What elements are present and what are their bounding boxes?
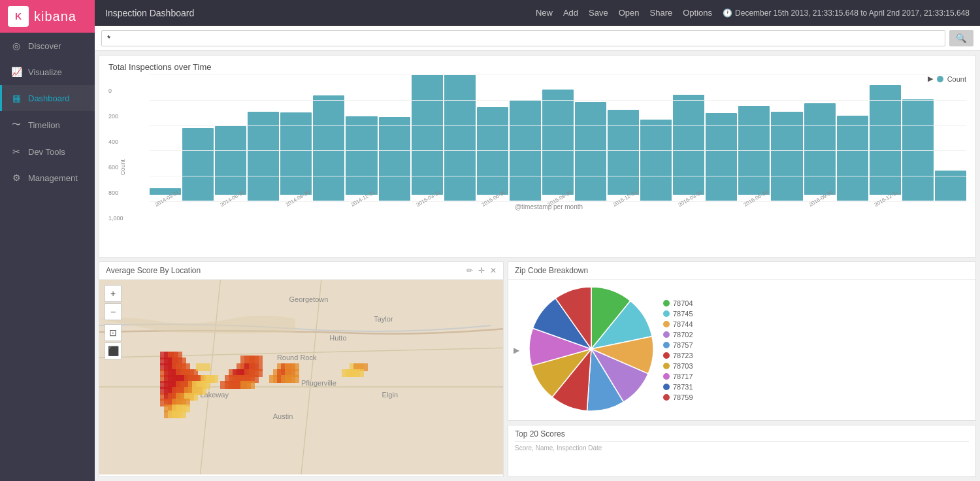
bar-wrapper (575, 75, 606, 202)
bar-wrapper (313, 75, 344, 202)
zoom-out-button[interactable]: − (105, 303, 122, 320)
select-tool-button[interactable]: ⊡ (105, 324, 122, 341)
save-button[interactable]: Save (589, 8, 608, 18)
legend-label-text: 78723 (673, 352, 693, 359)
logo-area: K kibana (0, 0, 95, 33)
pie-panel-header: Zip Code Breakdown (508, 262, 975, 280)
legend-item: 78759 (663, 393, 693, 401)
legend-color-dot (663, 300, 670, 307)
bar-wrapper: 2015-03-31 (412, 75, 443, 202)
sidebar-item-devtools[interactable]: ✂ Dev Tools (0, 139, 95, 165)
pie-panel-title: Zip Code Breakdown (515, 266, 588, 275)
sidebar-item-visualize[interactable]: 📈 Visualize (0, 59, 95, 85)
sidebar-item-label: Timelion (28, 120, 60, 130)
bar (706, 113, 737, 201)
sidebar-item-dashboard[interactable]: ▦ Dashboard (0, 85, 95, 111)
sidebar-item-label: Dev Tools (28, 147, 65, 157)
chart-title: Total Inspections over Time (108, 62, 966, 72)
legend-color-dot (663, 321, 670, 327)
search-button[interactable]: 🔍 (949, 30, 973, 46)
heat-cell (350, 369, 364, 377)
legend-item: 78757 (663, 341, 693, 349)
time-range[interactable]: 🕐 December 15th 2013, 21:33:15.648 to Ap… (723, 8, 970, 18)
bar (346, 116, 377, 195)
bar-wrapper (640, 75, 672, 202)
bar (215, 126, 246, 195)
bar-wrapper (902, 75, 934, 202)
timelion-icon: 〜 (11, 119, 22, 131)
bar (542, 90, 574, 195)
legend-item: 78723 (663, 352, 693, 359)
devtools-icon: ✂ (11, 146, 22, 157)
sidebar: K kibana ◎ Discover 📈 Visualize ▦ Dashbo… (0, 0, 95, 481)
map-panel-title: Average Score By Location (106, 266, 201, 275)
bar (444, 75, 476, 201)
legend-label-text: 78731 (673, 383, 693, 391)
zoom-in-button[interactable]: + (105, 285, 122, 302)
bar-wrapper: 2015-12-31 (608, 75, 639, 202)
sidebar-item-management[interactable]: ⚙ Management (0, 165, 95, 191)
bar-wrapper (248, 75, 279, 202)
bar-wrapper: 2016-12-31 (870, 75, 901, 202)
edit-icon[interactable]: ✏ (466, 266, 473, 275)
pie-content: ▶ 78704787457874478702787577872378703787… (508, 280, 975, 420)
bar (738, 106, 770, 195)
bar-wrapper (379, 75, 410, 202)
y-tick: 800 (108, 190, 123, 196)
sidebar-item-discover[interactable]: ◎ Discover (0, 33, 95, 59)
bar (804, 103, 836, 195)
bar (673, 95, 704, 195)
legend-label-text: 78703 (673, 362, 693, 370)
clock-icon: 🕐 (723, 8, 732, 18)
close-icon[interactable]: ✕ (490, 266, 497, 275)
main: Inspection Dashboard New Add Save Open S… (95, 0, 980, 481)
scores-subtitle: Score, Name, Inspection Date (515, 444, 969, 452)
bar-wrapper: 2016-03-31 (673, 75, 704, 202)
heat-cell (249, 356, 263, 363)
move-icon[interactable]: ✛ (478, 266, 485, 275)
bar (182, 128, 214, 201)
y-tick: 1,000 (108, 215, 123, 222)
bar-wrapper: 2015-06-30 (477, 75, 508, 202)
bar-wrapper (706, 75, 737, 202)
share-button[interactable]: Share (650, 8, 673, 18)
legend-item: 78717 (663, 373, 693, 380)
rectangle-tool-button[interactable]: ⬛ (105, 342, 122, 359)
y-tick: 0 (108, 88, 123, 94)
heat-cell (196, 363, 210, 371)
bar (837, 116, 868, 201)
bar (477, 107, 508, 195)
add-button[interactable]: Add (563, 8, 578, 18)
open-button[interactable]: Open (619, 8, 640, 18)
legend-label-text: 78757 (673, 341, 693, 349)
bars-area: 2014-03-312014-06-302014-09-302014-12-31… (131, 75, 966, 202)
options-button[interactable]: Options (683, 8, 712, 18)
sidebar-item-label: Visualize (28, 67, 62, 77)
bar-wrapper (771, 75, 802, 202)
new-button[interactable]: New (536, 8, 553, 18)
bar (575, 102, 606, 201)
right-panels: Zip Code Breakdown ▶ 7870478745787447870… (508, 261, 976, 477)
bar-wrapper (444, 75, 476, 202)
sidebar-item-label: Dashboard (28, 93, 70, 103)
legend-label-text: 78744 (673, 320, 693, 328)
bar-wrapper: 2016-09-30 (804, 75, 836, 202)
bar-wrapper (182, 75, 214, 202)
bar (935, 171, 966, 201)
bar-wrapper (837, 75, 868, 202)
y-tick: 200 (108, 113, 123, 120)
sidebar-item-timelion[interactable]: 〜 Timelion (0, 111, 95, 139)
legend-color-dot (663, 310, 670, 317)
bar-wrapper: 2014-06-30 (215, 75, 246, 202)
legend-color-dot (663, 331, 670, 338)
bar-wrapper (510, 75, 541, 202)
pie-legend-toggle[interactable]: ▶ (514, 346, 519, 355)
legend-item: 78731 (663, 383, 693, 391)
legend-item: 78744 (663, 320, 693, 328)
searchbar: 🔍 (95, 26, 980, 51)
heat-cell (172, 410, 186, 418)
bar (379, 117, 410, 201)
y-axis-label: Count (120, 159, 126, 175)
search-input[interactable] (101, 30, 945, 46)
legend-color-dot (663, 352, 670, 359)
